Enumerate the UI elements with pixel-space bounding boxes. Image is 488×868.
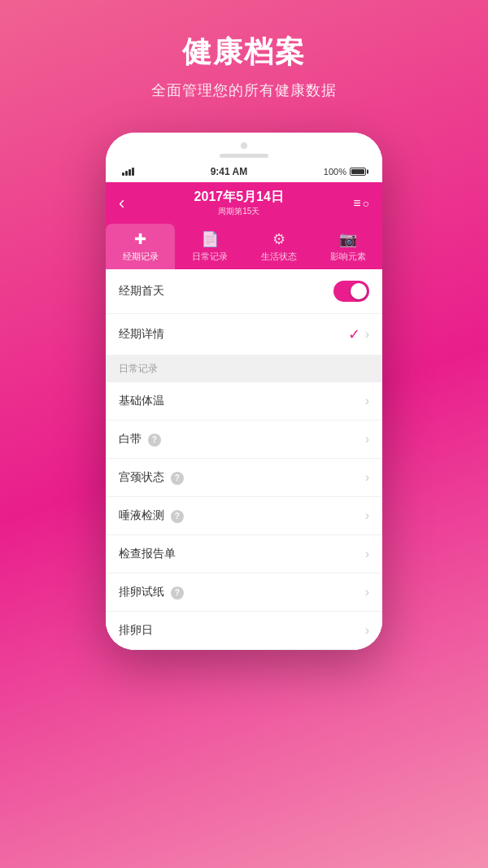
battery-icon bbox=[350, 168, 366, 176]
status-right: 100% bbox=[324, 167, 366, 177]
saliva-label: 唾液检测 bbox=[119, 508, 164, 521]
row-discharge[interactable]: 白带 ? › bbox=[106, 421, 382, 459]
period-detail-label: 经期详情 bbox=[119, 327, 164, 342]
row-ovulation-day[interactable]: 排卵日 › bbox=[106, 612, 382, 650]
phone-mockup: 9:41 AM 100% ‹ 2017年5月14日 周期第15天 ≡ ○ ✚ 经… bbox=[106, 133, 382, 650]
period-detail-right: ✓ › bbox=[348, 325, 369, 343]
period-toggle[interactable] bbox=[333, 281, 369, 302]
row-cervix[interactable]: 宫颈状态 ? › bbox=[106, 459, 382, 497]
period-first-day-label: 经期首天 bbox=[119, 284, 164, 299]
check-icon: ✓ bbox=[348, 325, 360, 343]
page-subtitle: 全面管理您的所有健康数据 bbox=[16, 81, 472, 100]
chevron-icon: › bbox=[365, 585, 369, 600]
row-report[interactable]: 检查报告单 › bbox=[106, 535, 382, 574]
daily-icon: 📄 bbox=[201, 230, 219, 248]
discharge-label: 白带 bbox=[119, 432, 142, 445]
chevron-icon: › bbox=[365, 394, 369, 408]
row-saliva[interactable]: 唾液检测 ? › bbox=[106, 497, 382, 535]
battery-fill bbox=[351, 169, 364, 174]
battery-percent: 100% bbox=[324, 167, 346, 177]
ovulation-test-label-area: 排卵试纸 ? bbox=[119, 585, 184, 600]
phone-top: 9:41 AM 100% bbox=[106, 133, 382, 182]
period-first-day-right bbox=[333, 281, 369, 302]
discharge-help-icon[interactable]: ? bbox=[148, 434, 161, 447]
chevron-icon: › bbox=[365, 547, 369, 561]
nav-center: 2017年5月14日 周期第15天 bbox=[194, 189, 284, 217]
settings-button[interactable]: ≡ ○ bbox=[353, 196, 369, 211]
cervix-label: 宫颈状态 bbox=[119, 470, 164, 483]
chevron-icon: › bbox=[365, 470, 369, 485]
chevron-icon: › bbox=[365, 432, 369, 447]
report-label: 检查报告单 bbox=[119, 547, 176, 561]
speaker-bar bbox=[220, 154, 268, 158]
tab-factors-label: 影响元素 bbox=[330, 251, 366, 263]
tab-factors[interactable]: 📷 影响元素 bbox=[313, 224, 382, 269]
saliva-help-icon[interactable]: ? bbox=[171, 510, 184, 523]
base-temp-label: 基础体温 bbox=[119, 394, 164, 408]
nav-bar: ‹ 2017年5月14日 周期第15天 ≡ ○ bbox=[106, 182, 382, 224]
period-icon: ✚ bbox=[134, 230, 146, 248]
life-icon: ⚙ bbox=[272, 230, 285, 248]
header-section: 健康档案 全面管理您的所有健康数据 bbox=[0, 0, 488, 116]
back-button[interactable]: ‹ bbox=[119, 193, 124, 214]
saliva-label-area: 唾液检测 ? bbox=[119, 508, 184, 523]
discharge-label-area: 白带 ? bbox=[119, 432, 161, 447]
tab-period[interactable]: ✚ 经期记录 bbox=[106, 224, 175, 269]
signal-indicator bbox=[122, 168, 134, 176]
ovulation-test-label: 排卵试纸 bbox=[119, 585, 164, 598]
chevron-icon: › bbox=[365, 508, 369, 523]
tab-daily-label: 日常记录 bbox=[192, 251, 228, 263]
factors-icon: 📷 bbox=[339, 230, 357, 248]
cervix-label-area: 宫颈状态 ? bbox=[119, 470, 184, 485]
list-icon: ≡ bbox=[353, 196, 359, 211]
signal-bar-1 bbox=[122, 172, 124, 176]
chevron-icon: › bbox=[365, 623, 369, 638]
cervix-help-icon[interactable]: ? bbox=[171, 472, 184, 485]
row-base-temp[interactable]: 基础体温 › bbox=[106, 382, 382, 421]
content-area: 经期首天 经期详情 ✓ › 日常记录 基础体温 › 白带 ? › bbox=[106, 269, 382, 650]
signal-bar-2 bbox=[125, 171, 128, 176]
signal-bar-3 bbox=[129, 169, 131, 176]
tab-period-label: 经期记录 bbox=[123, 251, 159, 263]
row-period-first-day[interactable]: 经期首天 bbox=[106, 269, 382, 314]
status-bar: 9:41 AM 100% bbox=[122, 164, 366, 182]
chevron-icon: › bbox=[365, 327, 369, 342]
nav-date: 2017年5月14日 bbox=[194, 189, 284, 206]
row-ovulation-test[interactable]: 排卵试纸 ? › bbox=[106, 574, 382, 612]
page-title: 健康档案 bbox=[16, 33, 472, 72]
settings-circle-icon: ○ bbox=[363, 197, 369, 210]
signal-bar-4 bbox=[132, 168, 134, 176]
nav-cycle-day: 周期第15天 bbox=[194, 206, 284, 217]
tab-life-label: 生活状态 bbox=[261, 251, 297, 263]
section-header-daily: 日常记录 bbox=[106, 355, 382, 382]
tab-daily[interactable]: 📄 日常记录 bbox=[175, 224, 244, 269]
tab-life[interactable]: ⚙ 生活状态 bbox=[244, 224, 313, 269]
row-period-detail[interactable]: 经期详情 ✓ › bbox=[106, 314, 382, 355]
ovulation-test-help-icon[interactable]: ? bbox=[171, 587, 184, 600]
status-time: 9:41 AM bbox=[211, 166, 248, 177]
camera-dot bbox=[241, 142, 247, 149]
ovulation-day-label: 排卵日 bbox=[119, 623, 153, 638]
tabs-bar: ✚ 经期记录 📄 日常记录 ⚙ 生活状态 📷 影响元素 bbox=[106, 224, 382, 269]
